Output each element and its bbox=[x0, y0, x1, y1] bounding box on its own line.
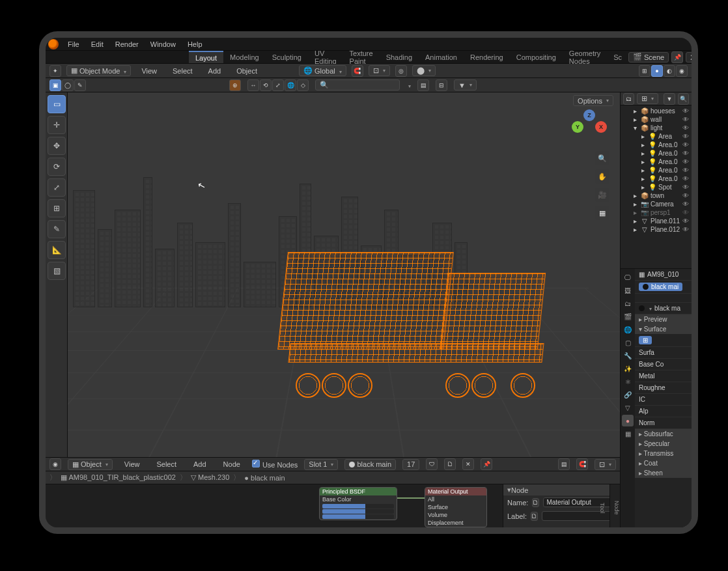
snap-dropdown[interactable]: ⊡ bbox=[369, 65, 390, 76]
crumb-object[interactable]: ▦ AM98_010_TIR_black_plastic002 bbox=[61, 473, 176, 482]
camera-view-icon[interactable]: 🎥 bbox=[595, 188, 609, 202]
snap-icon[interactable]: 🧲 bbox=[352, 65, 363, 77]
tool-transform[interactable]: ⊞ bbox=[48, 199, 66, 217]
prop-alp[interactable]: Alp bbox=[635, 406, 692, 417]
ptab-data[interactable]: ▽ bbox=[622, 402, 634, 413]
eye-icon[interactable]: 👁 bbox=[682, 150, 689, 157]
ptab-output[interactable]: 🖼 bbox=[622, 285, 634, 296]
pin-material-icon[interactable]: 📌 bbox=[481, 458, 492, 470]
eye-icon[interactable]: 👁 bbox=[682, 141, 689, 148]
expand-icon[interactable]: ▸ bbox=[639, 184, 647, 191]
ptab-viewlayer[interactable]: 🗂 bbox=[622, 298, 634, 309]
eye-icon[interactable]: 👁 bbox=[682, 158, 689, 165]
tab-uv[interactable]: UV Editing bbox=[308, 51, 343, 63]
tool-annotate[interactable]: ✎ bbox=[48, 220, 66, 238]
eye-icon[interactable]: 👁 bbox=[682, 184, 689, 191]
proportional-dropdown[interactable]: ⬤ bbox=[412, 65, 436, 76]
overlays-icon[interactable]: ▤ bbox=[417, 79, 429, 91]
panel-sheen[interactable]: Sheen bbox=[635, 468, 692, 478]
tab-rendering[interactable]: Rendering bbox=[464, 51, 510, 63]
panel-preview[interactable]: Preview bbox=[635, 314, 692, 324]
gizmo-z-icon[interactable]: Z bbox=[583, 109, 595, 121]
panel-specular[interactable]: Specular bbox=[635, 439, 692, 449]
sidetab-tool[interactable]: Tool bbox=[599, 503, 606, 514]
tab-modeling[interactable]: Modeling bbox=[223, 51, 266, 63]
tab-compositing[interactable]: Compositing bbox=[510, 51, 563, 63]
expand-icon[interactable]: ▸ bbox=[639, 158, 647, 165]
select-lasso-icon[interactable]: ✎ bbox=[74, 79, 86, 91]
expand-icon[interactable]: ▸ bbox=[631, 192, 639, 199]
solid-shading-icon[interactable]: ● bbox=[651, 65, 663, 77]
tool-select-box[interactable]: ▭ bbox=[48, 95, 66, 113]
tab-shading[interactable]: Shading bbox=[380, 51, 419, 63]
material-link-row[interactable]: black ma bbox=[635, 303, 692, 314]
prop-baseco[interactable]: Base Co bbox=[635, 359, 692, 370]
outliner-search-icon[interactable]: 🔍 bbox=[678, 93, 689, 105]
new-material-icon[interactable]: 🗋 bbox=[444, 458, 456, 470]
proportional-icon[interactable]: ◎ bbox=[395, 65, 407, 77]
gizmo-move-icon[interactable]: ↔ bbox=[247, 79, 259, 91]
gizmo-rotate-icon[interactable]: ⟲ bbox=[260, 79, 272, 91]
tree-row[interactable]: ▸💡Area.0👁 bbox=[621, 141, 692, 149]
viewport-options[interactable]: Options bbox=[573, 95, 613, 106]
sidetab-node[interactable]: Node bbox=[613, 501, 620, 515]
expand-icon[interactable]: ▸ bbox=[639, 175, 647, 182]
fake-user-icon[interactable]: 🛡 bbox=[426, 458, 438, 470]
expand-icon[interactable]: ▸ bbox=[639, 133, 647, 140]
crumb-material[interactable]: ● black main bbox=[244, 474, 285, 482]
tool-rotate[interactable]: ⟳ bbox=[48, 158, 66, 176]
tree-row[interactable]: ▸📷persp1👁 bbox=[621, 208, 692, 217]
node-name-input[interactable] bbox=[543, 497, 620, 507]
scene-selector[interactable]: 🎬 Scene bbox=[628, 52, 669, 63]
tree-row[interactable]: ▸📦houeses👁 bbox=[621, 107, 692, 115]
rendered-shading-icon[interactable]: ◉ bbox=[676, 65, 688, 77]
expand-icon[interactable]: ▸ bbox=[631, 226, 639, 233]
tab-scripting[interactable]: Sc bbox=[607, 51, 628, 63]
prop-norm[interactable]: Norm bbox=[635, 417, 692, 429]
tool-addcube[interactable]: ▧ bbox=[48, 262, 66, 280]
viewport-3d[interactable]: ↖ Z Y X 🔍 ✋ 🎥 ▦ Options bbox=[68, 92, 620, 457]
search-field[interactable]: 🔍 bbox=[315, 79, 400, 91]
tool-cursor[interactable]: ✛ bbox=[48, 116, 66, 134]
slot-selector[interactable]: Slot 1 bbox=[304, 459, 338, 470]
eye-icon[interactable]: 👁 bbox=[682, 226, 689, 233]
tree-row[interactable]: ▸💡Area.0👁 bbox=[621, 166, 692, 174]
node-view[interactable]: View bbox=[119, 459, 145, 469]
tab-texture[interactable]: Texture Paint bbox=[343, 51, 380, 63]
node-snap-dropdown[interactable]: ⊡ bbox=[595, 459, 616, 470]
surface-shader-row[interactable]: ⊞ bbox=[635, 334, 692, 347]
view3d-object[interactable]: Object bbox=[231, 66, 262, 76]
menu-file[interactable]: File bbox=[63, 39, 85, 49]
view3d-add[interactable]: Add bbox=[203, 66, 227, 76]
gizmo-y-icon[interactable]: Y bbox=[572, 121, 583, 133]
expand-icon[interactable]: ▾ bbox=[631, 124, 639, 132]
panel-transmiss[interactable]: Transmiss bbox=[635, 449, 692, 458]
eye-icon[interactable]: 👁 bbox=[682, 133, 689, 140]
tree-row[interactable]: ▸💡Spot👁 bbox=[621, 183, 692, 191]
expand-icon[interactable]: ▸ bbox=[639, 167, 647, 174]
selected-object-truck[interactable] bbox=[283, 252, 556, 395]
tool-move[interactable]: ✥ bbox=[48, 137, 66, 155]
expand-icon[interactable]: ▸ bbox=[639, 150, 647, 157]
tree-row[interactable]: ▸▽Plane.012👁 bbox=[621, 225, 692, 234]
tool-measure[interactable]: 📐 bbox=[48, 241, 66, 259]
select-box-icon[interactable]: ▣ bbox=[49, 79, 61, 91]
menu-window[interactable]: Window bbox=[145, 39, 181, 49]
menu-edit[interactable]: Edit bbox=[86, 39, 109, 49]
ptab-particles[interactable]: ✨ bbox=[622, 363, 634, 374]
orientation-selector[interactable]: 🌐 Global bbox=[299, 65, 346, 76]
node-add[interactable]: Add bbox=[188, 459, 212, 469]
node-snap-icon[interactable]: 🧲 bbox=[576, 458, 588, 470]
ptab-object[interactable]: ▢ bbox=[622, 337, 634, 348]
expand-icon[interactable]: ▸ bbox=[631, 201, 639, 208]
ptab-render[interactable]: 🖵 bbox=[622, 272, 634, 283]
tab-animation[interactable]: Animation bbox=[419, 51, 464, 63]
material-name-field[interactable]: black main bbox=[344, 459, 396, 470]
tree-row[interactable]: ▾📦light👁 bbox=[621, 124, 692, 132]
outliner-filter-icon[interactable]: ▼ bbox=[664, 93, 675, 105]
unlink-material-icon[interactable]: ✕ bbox=[462, 458, 474, 470]
outliner[interactable]: ▸📦houeses👁▸📦wall👁▾📦light👁▸💡Area👁▸💡Area.0… bbox=[621, 105, 692, 268]
node-editor-type-icon[interactable]: ◉ bbox=[49, 458, 61, 470]
eye-icon[interactable]: 👁 bbox=[682, 116, 689, 123]
mode-selector[interactable]: ▦ Object Mode bbox=[66, 65, 131, 76]
